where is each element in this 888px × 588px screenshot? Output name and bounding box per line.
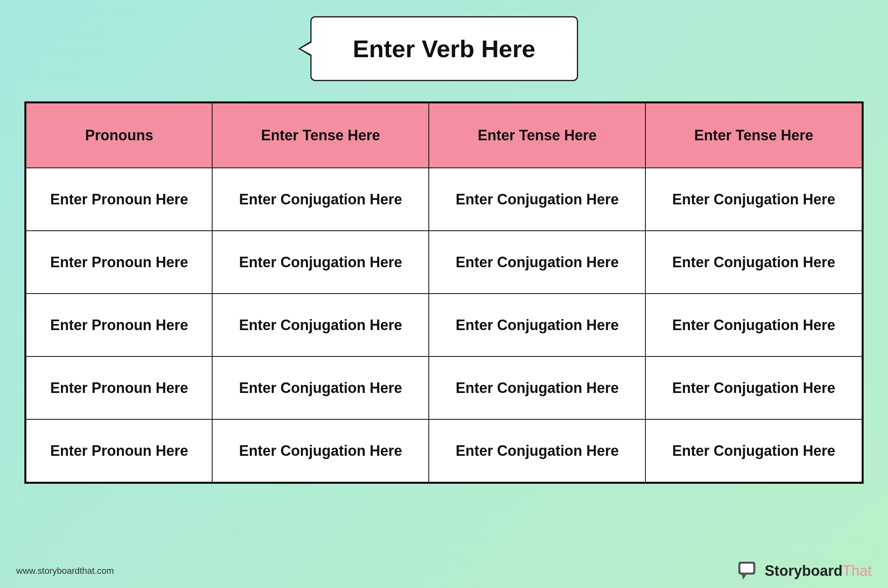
pronoun-cell-1[interactable]: Enter Pronoun Here xyxy=(26,231,212,294)
header-tense-2[interactable]: Enter Tense Here xyxy=(429,103,645,168)
conj2-cell-3[interactable]: Enter Conjugation Here xyxy=(429,356,645,419)
conj1-cell-0[interactable]: Enter Conjugation Here xyxy=(212,168,429,231)
pronoun-cell-0[interactable]: Enter Pronoun Here xyxy=(26,168,212,231)
header-pronouns[interactable]: Pronouns xyxy=(26,103,212,168)
conj2-cell-2[interactable]: Enter Conjugation Here xyxy=(429,294,645,356)
brand-name: StoryboardThat xyxy=(765,562,872,579)
conj1-cell-3[interactable]: Enter Conjugation Here xyxy=(212,356,429,419)
table-row: Enter Pronoun HereEnter Conjugation Here… xyxy=(26,356,862,419)
brand-storyboard: Storyboard xyxy=(765,562,843,579)
page-background: Enter Verb Here Pronouns Enter Tense Her… xyxy=(0,0,888,588)
table-row: Enter Pronoun HereEnter Conjugation Here… xyxy=(26,294,862,356)
speech-bubble-tail-inner xyxy=(301,43,312,55)
conj3-cell-2[interactable]: Enter Conjugation Here xyxy=(645,294,862,356)
conj1-cell-4[interactable]: Enter Conjugation Here xyxy=(212,419,429,482)
header-tense-3[interactable]: Enter Tense Here xyxy=(645,103,862,168)
conj2-cell-0[interactable]: Enter Conjugation Here xyxy=(429,168,645,231)
table-row: Enter Pronoun HereEnter Conjugation Here… xyxy=(26,231,862,294)
brand-that: That xyxy=(843,562,872,579)
table-row: Enter Pronoun HereEnter Conjugation Here… xyxy=(26,419,862,482)
svg-marker-1 xyxy=(742,575,746,579)
conj3-cell-1[interactable]: Enter Conjugation Here xyxy=(645,231,862,294)
svg-rect-2 xyxy=(740,564,753,573)
conjugation-table: Pronouns Enter Tense Here Enter Tense He… xyxy=(26,103,862,483)
pronoun-cell-4[interactable]: Enter Pronoun Here xyxy=(26,419,212,482)
conj2-cell-4[interactable]: Enter Conjugation Here xyxy=(429,419,645,482)
conj3-cell-0[interactable]: Enter Conjugation Here xyxy=(645,168,862,231)
brand-icon xyxy=(738,562,761,580)
header-tense-1[interactable]: Enter Tense Here xyxy=(212,103,429,168)
footer-url: www.storyboardthat.com xyxy=(16,566,114,576)
table-header-row: Pronouns Enter Tense Here Enter Tense He… xyxy=(26,103,862,168)
footer: www.storyboardthat.com StoryboardThat xyxy=(0,562,888,580)
verb-title: Enter Verb Here xyxy=(353,35,535,63)
verb-box[interactable]: Enter Verb Here xyxy=(310,16,578,81)
conj2-cell-1[interactable]: Enter Conjugation Here xyxy=(429,231,645,294)
conj3-cell-4[interactable]: Enter Conjugation Here xyxy=(645,419,862,482)
conj1-cell-2[interactable]: Enter Conjugation Here xyxy=(212,294,429,356)
pronoun-cell-2[interactable]: Enter Pronoun Here xyxy=(26,294,212,356)
conjugation-table-wrapper: Pronouns Enter Tense Here Enter Tense He… xyxy=(24,101,864,484)
conj1-cell-1[interactable]: Enter Conjugation Here xyxy=(212,231,429,294)
verb-box-container: Enter Verb Here xyxy=(310,16,578,81)
conj3-cell-3[interactable]: Enter Conjugation Here xyxy=(645,356,862,419)
footer-brand: StoryboardThat xyxy=(738,562,872,580)
pronoun-cell-3[interactable]: Enter Pronoun Here xyxy=(26,356,212,419)
table-row: Enter Pronoun HereEnter Conjugation Here… xyxy=(26,168,862,231)
